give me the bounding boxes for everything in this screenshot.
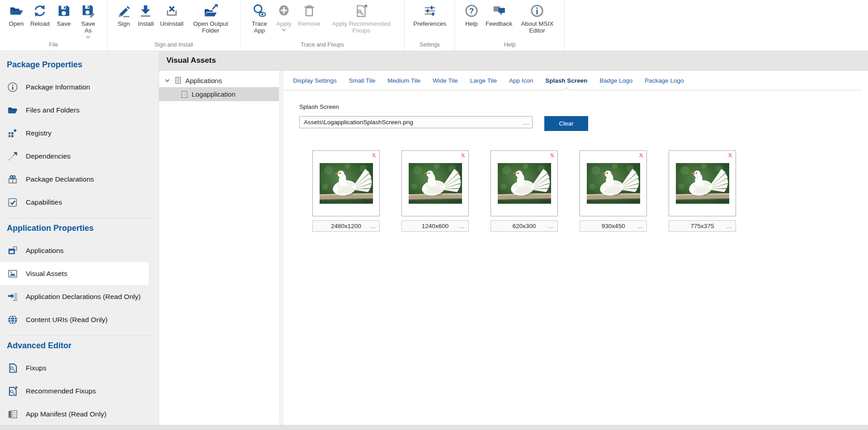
sign-pencil-icon — [116, 3, 132, 19]
open-button-label: Open — [9, 20, 24, 27]
tree-item-label: Applications — [185, 77, 222, 84]
tab-package-logo[interactable]: Package Logo — [645, 77, 684, 84]
open-output-folder-button[interactable]: Open Output Folder — [187, 2, 235, 35]
save-as-button[interactable]: Save As — [75, 2, 102, 39]
help-button[interactable]: Help — [461, 2, 482, 28]
size-button[interactable]: 620x300 … — [491, 220, 558, 232]
trace-app-button[interactable]: Trace App — [246, 2, 273, 35]
page-title-bar: Visual Assets — [159, 51, 868, 70]
remove-asset-button[interactable]: X — [550, 152, 554, 159]
tab-medium-tile[interactable]: Medium Tile — [387, 77, 420, 84]
files-folders-icon — [7, 104, 19, 116]
more-options-icon[interactable]: … — [548, 223, 554, 229]
splash-preview-2480x1200: X 2480x1200 … — [312, 150, 380, 232]
size-button[interactable]: 2480x1200 … — [312, 220, 380, 232]
visual-assets-content: Display Settings Small Tile Medium Tile … — [283, 70, 868, 425]
clear-button[interactable]: Clear — [544, 116, 588, 131]
size-button[interactable]: 930x450 … — [580, 220, 647, 232]
sidebar-item-recommended-fixups[interactable]: Recommended Fixups — [0, 379, 149, 402]
tab-small-tile[interactable]: Small Tile — [349, 77, 376, 84]
tree-item-applications[interactable]: Applications — [159, 74, 279, 87]
sidebar-item-label: App Manifest (Read Only) — [26, 410, 106, 418]
uninstall-icon — [164, 3, 179, 19]
feedback-button[interactable]: Feedback — [482, 2, 515, 28]
sidebar-item-applications[interactable]: Applications — [0, 239, 149, 262]
sidebar-heading-application-properties: Application Properties — [0, 218, 159, 239]
splash-preview-1240x600: X 1240x600 … — [401, 150, 469, 232]
splash-preview-card[interactable]: X — [312, 150, 380, 216]
sidebar-item-dependencies[interactable]: Dependencies — [0, 145, 149, 168]
open-button[interactable]: Open — [5, 2, 27, 28]
dove-splash-image — [676, 163, 729, 204]
reload-button-label: Reload — [30, 20, 50, 27]
browse-button[interactable]: … — [522, 116, 531, 128]
remove-asset-button[interactable]: X — [461, 152, 465, 159]
sidebar-heading-advanced-editor: Advanced Editor — [0, 336, 159, 356]
dove-splash-image — [498, 163, 551, 204]
sidebar-item-package-declarations[interactable]: Package Declarations — [0, 168, 149, 191]
more-options-icon[interactable]: … — [726, 223, 732, 229]
sidebar-item-registry[interactable]: Registry — [0, 122, 149, 145]
size-label: 620x300 — [513, 223, 536, 229]
msix-editor-window: Open Reload Save Save As File — [0, 0, 868, 430]
sidebar-item-label: Applications — [26, 247, 64, 255]
tree-item-label: Logapplication — [192, 90, 236, 98]
splash-preview-card[interactable]: X — [491, 150, 558, 216]
ribbon-group-caption-sign-install: Sign and Install — [108, 40, 240, 51]
tree-item-logapplication[interactable]: Logapplication — [159, 87, 279, 101]
save-button[interactable]: Save — [53, 2, 75, 28]
splash-preview-card[interactable]: X — [669, 150, 736, 216]
remove-asset-button[interactable]: X — [728, 152, 732, 159]
sidebar-item-package-information[interactable]: Package Information — [0, 75, 149, 98]
save-icon — [56, 3, 71, 19]
more-options-icon[interactable]: … — [459, 223, 465, 229]
save-button-label: Save — [57, 20, 71, 27]
tab-display-settings[interactable]: Display Settings — [293, 77, 337, 84]
uninstall-button[interactable]: Uninstall — [157, 2, 187, 28]
sidebar-item-files-and-folders[interactable]: Files and Folders — [0, 98, 149, 122]
splash-path-input-wrap: … — [299, 116, 533, 128]
horizontal-scrollbar[interactable] — [0, 425, 868, 430]
ribbon-group-settings: Preferences Settings — [405, 0, 455, 51]
tab-app-icon[interactable]: App Icon — [509, 77, 533, 84]
sidebar-item-application-declarations[interactable]: Application Declarations (Read Only) — [0, 285, 149, 308]
apply-button[interactable]: Apply — [273, 2, 295, 32]
sidebar-item-capabilities[interactable]: Capabilities — [0, 191, 149, 214]
about-msix-editor-button[interactable]: About MSIX Editor — [515, 2, 559, 35]
reload-button[interactable]: Reload — [27, 2, 53, 28]
remove-asset-button[interactable]: X — [372, 152, 376, 159]
more-options-icon[interactable]: … — [637, 223, 643, 229]
size-label: 775x375 — [691, 223, 714, 229]
install-button[interactable]: Install — [135, 2, 157, 28]
apply-recommended-fixups-button[interactable]: Apply Recommended Fixups — [324, 2, 399, 35]
sign-button[interactable]: Sign — [113, 2, 135, 28]
sidebar-item-visual-assets[interactable]: Visual Assets — [0, 262, 149, 285]
ribbon-group-file: Open Reload Save Save As File — [0, 0, 108, 51]
more-options-icon[interactable]: … — [370, 223, 376, 229]
dependencies-icon — [7, 150, 19, 162]
size-button[interactable]: 775x375 … — [669, 220, 736, 232]
preferences-button[interactable]: Preferences — [410, 2, 449, 28]
remove-asset-button[interactable]: X — [639, 152, 643, 159]
splash-path-input[interactable] — [299, 116, 533, 128]
open-folder-icon — [9, 3, 24, 19]
tab-badge-logo[interactable]: Badge Logo — [599, 77, 632, 84]
tab-large-tile[interactable]: Large Tile — [470, 77, 497, 84]
splash-preview-card[interactable]: X — [401, 150, 469, 216]
tab-splash-screen[interactable]: Splash Screen — [545, 77, 587, 84]
size-label: 1240x600 — [422, 223, 448, 229]
sidebar-item-label: Registry — [26, 129, 52, 137]
tab-wide-tile[interactable]: Wide Tile — [433, 77, 458, 84]
feedback-button-label: Feedback — [486, 20, 512, 27]
sidebar-item-app-manifest[interactable]: App Manifest (Read Only) — [0, 402, 149, 425]
remove-button[interactable]: Remove — [295, 2, 324, 28]
sidebar-item-fixups[interactable]: Fixups — [0, 356, 149, 379]
sidebar-item-content-uris[interactable]: Content URIs (Read Only) — [0, 308, 149, 331]
chevron-down-icon[interactable] — [164, 77, 171, 84]
sidebar-item-label: Capabilities — [26, 198, 62, 206]
fixups-icon — [7, 362, 19, 374]
size-button[interactable]: 1240x600 … — [401, 220, 469, 232]
preferences-sliders-icon — [422, 3, 438, 19]
pane-splitter[interactable] — [279, 70, 283, 425]
splash-preview-card[interactable]: X — [580, 150, 647, 216]
